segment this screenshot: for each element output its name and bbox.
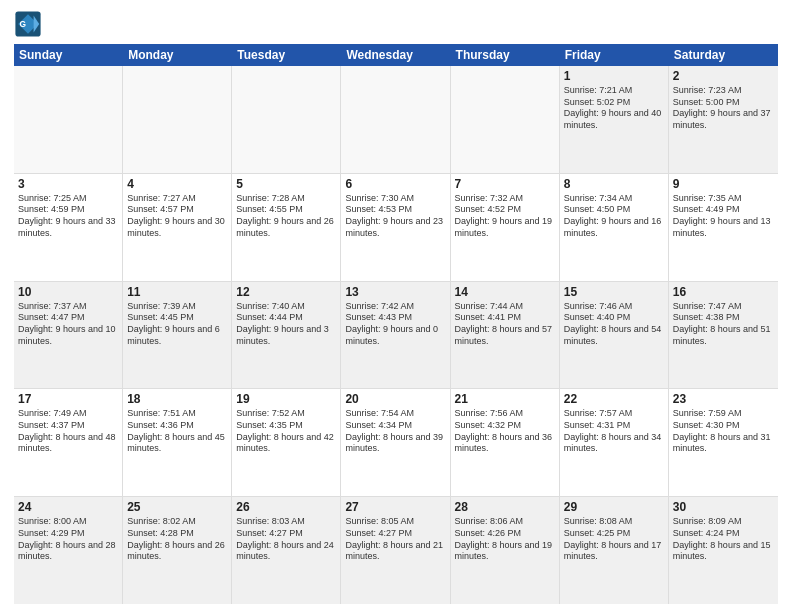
day-info: Sunset: 4:31 PM <box>564 420 664 432</box>
day-info: Sunset: 4:25 PM <box>564 528 664 540</box>
day-info: Daylight: 9 hours and 23 minutes. <box>345 216 445 239</box>
day-number: 8 <box>564 177 664 191</box>
calendar-header: SundayMondayTuesdayWednesdayThursdayFrid… <box>14 44 778 66</box>
day-info: Sunrise: 7:28 AM <box>236 193 336 205</box>
day-info: Sunrise: 7:57 AM <box>564 408 664 420</box>
day-cell-14: 14Sunrise: 7:44 AMSunset: 4:41 PMDayligh… <box>451 282 560 389</box>
day-info: Sunset: 4:34 PM <box>345 420 445 432</box>
logo-icon: G <box>14 10 42 38</box>
day-info: Sunrise: 7:47 AM <box>673 301 774 313</box>
day-info: Sunrise: 7:40 AM <box>236 301 336 313</box>
day-info: Sunset: 4:45 PM <box>127 312 227 324</box>
page: G SundayMondayTuesdayWednesdayThursdayFr… <box>0 0 792 612</box>
day-info: Sunset: 4:49 PM <box>673 204 774 216</box>
day-info: Daylight: 9 hours and 3 minutes. <box>236 324 336 347</box>
day-info: Daylight: 9 hours and 40 minutes. <box>564 108 664 131</box>
day-info: Sunset: 4:55 PM <box>236 204 336 216</box>
weekday-header-tuesday: Tuesday <box>232 44 341 66</box>
calendar: SundayMondayTuesdayWednesdayThursdayFrid… <box>14 44 778 604</box>
day-info: Daylight: 9 hours and 10 minutes. <box>18 324 118 347</box>
day-cell-15: 15Sunrise: 7:46 AMSunset: 4:40 PMDayligh… <box>560 282 669 389</box>
day-info: Daylight: 9 hours and 33 minutes. <box>18 216 118 239</box>
day-info: Sunset: 4:53 PM <box>345 204 445 216</box>
day-info: Sunset: 5:02 PM <box>564 97 664 109</box>
day-number: 24 <box>18 500 118 514</box>
day-info: Sunset: 4:52 PM <box>455 204 555 216</box>
day-info: Daylight: 8 hours and 31 minutes. <box>673 432 774 455</box>
day-info: Sunrise: 7:27 AM <box>127 193 227 205</box>
day-info: Sunset: 4:38 PM <box>673 312 774 324</box>
day-number: 23 <box>673 392 774 406</box>
day-info: Daylight: 8 hours and 21 minutes. <box>345 540 445 563</box>
day-info: Sunrise: 7:46 AM <box>564 301 664 313</box>
day-info: Sunrise: 8:06 AM <box>455 516 555 528</box>
day-info: Sunrise: 7:23 AM <box>673 85 774 97</box>
calendar-row-5: 24Sunrise: 8:00 AMSunset: 4:29 PMDayligh… <box>14 497 778 604</box>
day-info: Sunset: 4:26 PM <box>455 528 555 540</box>
day-info: Daylight: 9 hours and 13 minutes. <box>673 216 774 239</box>
weekday-header-sunday: Sunday <box>14 44 123 66</box>
day-info: Sunrise: 8:05 AM <box>345 516 445 528</box>
empty-cell <box>341 66 450 173</box>
day-info: Daylight: 8 hours and 26 minutes. <box>127 540 227 563</box>
day-cell-22: 22Sunrise: 7:57 AMSunset: 4:31 PMDayligh… <box>560 389 669 496</box>
day-number: 26 <box>236 500 336 514</box>
day-number: 11 <box>127 285 227 299</box>
day-info: Sunrise: 7:30 AM <box>345 193 445 205</box>
day-cell-26: 26Sunrise: 8:03 AMSunset: 4:27 PMDayligh… <box>232 497 341 604</box>
day-number: 3 <box>18 177 118 191</box>
day-info: Sunset: 4:24 PM <box>673 528 774 540</box>
day-info: Daylight: 8 hours and 45 minutes. <box>127 432 227 455</box>
day-number: 4 <box>127 177 227 191</box>
day-cell-7: 7Sunrise: 7:32 AMSunset: 4:52 PMDaylight… <box>451 174 560 281</box>
day-info: Sunrise: 7:32 AM <box>455 193 555 205</box>
day-info: Daylight: 8 hours and 51 minutes. <box>673 324 774 347</box>
weekday-header-monday: Monday <box>123 44 232 66</box>
day-info: Sunset: 4:57 PM <box>127 204 227 216</box>
day-info: Daylight: 8 hours and 24 minutes. <box>236 540 336 563</box>
day-info: Daylight: 8 hours and 42 minutes. <box>236 432 336 455</box>
day-info: Sunrise: 7:44 AM <box>455 301 555 313</box>
day-info: Daylight: 8 hours and 28 minutes. <box>18 540 118 563</box>
day-cell-23: 23Sunrise: 7:59 AMSunset: 4:30 PMDayligh… <box>669 389 778 496</box>
day-info: Sunrise: 7:37 AM <box>18 301 118 313</box>
empty-cell <box>232 66 341 173</box>
day-cell-30: 30Sunrise: 8:09 AMSunset: 4:24 PMDayligh… <box>669 497 778 604</box>
day-info: Sunrise: 7:59 AM <box>673 408 774 420</box>
day-number: 30 <box>673 500 774 514</box>
calendar-row-1: 1Sunrise: 7:21 AMSunset: 5:02 PMDaylight… <box>14 66 778 174</box>
day-cell-28: 28Sunrise: 8:06 AMSunset: 4:26 PMDayligh… <box>451 497 560 604</box>
day-info: Daylight: 8 hours and 57 minutes. <box>455 324 555 347</box>
day-cell-29: 29Sunrise: 8:08 AMSunset: 4:25 PMDayligh… <box>560 497 669 604</box>
day-info: Sunrise: 7:35 AM <box>673 193 774 205</box>
day-info: Sunset: 4:35 PM <box>236 420 336 432</box>
day-cell-10: 10Sunrise: 7:37 AMSunset: 4:47 PMDayligh… <box>14 282 123 389</box>
day-number: 27 <box>345 500 445 514</box>
day-number: 14 <box>455 285 555 299</box>
day-number: 13 <box>345 285 445 299</box>
empty-cell <box>451 66 560 173</box>
weekday-header-thursday: Thursday <box>451 44 560 66</box>
day-info: Sunset: 4:27 PM <box>236 528 336 540</box>
day-cell-11: 11Sunrise: 7:39 AMSunset: 4:45 PMDayligh… <box>123 282 232 389</box>
day-number: 29 <box>564 500 664 514</box>
day-number: 7 <box>455 177 555 191</box>
day-info: Sunrise: 8:02 AM <box>127 516 227 528</box>
day-info: Sunrise: 7:56 AM <box>455 408 555 420</box>
day-info: Daylight: 8 hours and 48 minutes. <box>18 432 118 455</box>
day-cell-9: 9Sunrise: 7:35 AMSunset: 4:49 PMDaylight… <box>669 174 778 281</box>
day-info: Sunrise: 7:49 AM <box>18 408 118 420</box>
day-info: Sunrise: 7:54 AM <box>345 408 445 420</box>
day-cell-27: 27Sunrise: 8:05 AMSunset: 4:27 PMDayligh… <box>341 497 450 604</box>
day-cell-6: 6Sunrise: 7:30 AMSunset: 4:53 PMDaylight… <box>341 174 450 281</box>
day-number: 12 <box>236 285 336 299</box>
day-info: Sunset: 4:32 PM <box>455 420 555 432</box>
day-info: Sunrise: 8:00 AM <box>18 516 118 528</box>
weekday-header-saturday: Saturday <box>669 44 778 66</box>
day-number: 1 <box>564 69 664 83</box>
day-info: Sunrise: 7:21 AM <box>564 85 664 97</box>
day-info: Daylight: 9 hours and 26 minutes. <box>236 216 336 239</box>
day-info: Daylight: 9 hours and 0 minutes. <box>345 324 445 347</box>
day-info: Sunrise: 7:39 AM <box>127 301 227 313</box>
day-info: Sunset: 4:29 PM <box>18 528 118 540</box>
